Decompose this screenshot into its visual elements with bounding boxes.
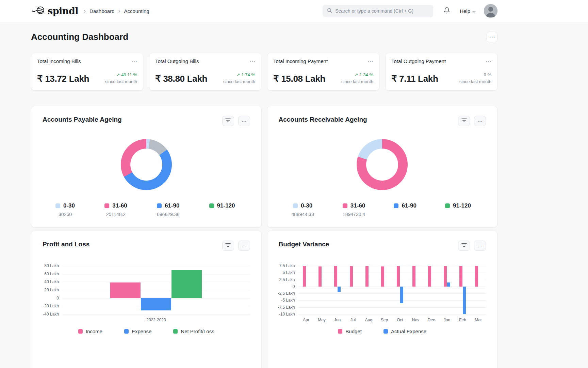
gridline: [298, 266, 486, 266]
trend-up-icon: ↗: [355, 72, 358, 77]
legend-swatch: [157, 203, 162, 208]
gridline: [298, 280, 486, 280]
breadcrumb-accounting[interactable]: Accounting: [124, 8, 149, 14]
trend-up-icon: ↗: [236, 72, 240, 77]
budget-bar: [334, 266, 337, 287]
budget-bar: [365, 266, 369, 287]
stat-change: 0 %: [459, 72, 491, 77]
profit-and-loss-chart: 80 Lakh60 Lakh40 Lakh20 Lakh0-20 Lakh-40…: [43, 266, 250, 334]
gridline: [62, 266, 250, 266]
legend-item: 0-30 488944.33: [292, 202, 314, 217]
filter-icon: [461, 118, 467, 124]
legend-item: Actual Expense: [383, 328, 426, 334]
x-tick-label: Mar: [475, 318, 482, 322]
y-axis: 7.5 Lakh5 Lakh2.5 Lakh0-2.5 Lakh-5 Lakh-…: [279, 266, 298, 314]
plot-area: [298, 266, 486, 314]
logo-wordmark: spindl: [48, 6, 78, 16]
net-profit-loss-bar: [172, 270, 202, 298]
filter-button[interactable]: [458, 116, 470, 126]
budget-bar: [397, 266, 400, 287]
avatar-image: [484, 4, 497, 18]
donut-legend: 0-30 488944.33 31-60 1894730.4 61-90 91-…: [279, 202, 486, 217]
legend-label: Income: [86, 328, 102, 334]
stat-subtitle: since last month: [223, 79, 255, 84]
filter-icon: [225, 243, 231, 249]
accounts-payable-ageing-card: Accounts Payable Ageing ⋯ 0-30: [31, 106, 262, 228]
x-tick-label: Aug: [365, 318, 372, 322]
card-menu-button[interactable]: ⋯: [474, 116, 486, 126]
stat-change: ↗49.11 %: [105, 72, 137, 77]
y-tick-label: -40 Lakh: [43, 312, 59, 317]
ellipsis-icon: ⋯: [489, 33, 495, 41]
legend-swatch: [338, 329, 342, 334]
chart-title: Accounts Payable Ageing: [43, 116, 122, 123]
help-menu[interactable]: Help: [460, 8, 476, 14]
budget-bar: [475, 266, 478, 287]
global-search[interactable]: [323, 5, 433, 17]
legend-item: Expense: [124, 328, 151, 334]
expense-bar: [141, 298, 171, 311]
legend-item: 31-60 1894730.4: [343, 202, 365, 217]
x-tick-label: May: [318, 318, 326, 322]
legend-item: 61-90: [394, 202, 416, 217]
y-tick-label: 60 Lakh: [44, 272, 59, 276]
stat-title: Total Incoming Bills: [37, 58, 81, 64]
stat-cards-row: Total Incoming Bills ⋯ ₹ 13.72 Lakh ↗49.…: [31, 53, 497, 91]
actual-expense-bar: [338, 287, 341, 292]
chart-title: Profit and Loss: [43, 241, 89, 248]
card-menu-button[interactable]: ⋯: [131, 58, 137, 64]
bell-icon: [443, 7, 450, 15]
stat-change: ↗1.74 %: [223, 72, 255, 77]
legend-swatch: [383, 329, 388, 334]
trend-up-icon: ↗: [116, 72, 120, 77]
ellipsis-icon: ⋯: [249, 58, 255, 64]
payable-ageing-donut: [121, 139, 172, 190]
y-tick-label: 80 Lakh: [44, 263, 59, 268]
page-menu-button[interactable]: ⋯: [487, 32, 497, 42]
card-menu-button[interactable]: ⋯: [368, 58, 373, 64]
stat-value: ₹ 38.80 Lakh: [155, 74, 207, 84]
stat-value: ₹ 15.08 Lakh: [273, 74, 325, 84]
legend-item: Income: [78, 328, 102, 334]
ellipsis-icon: ⋯: [477, 243, 483, 249]
gridline: [298, 293, 486, 294]
legend-item: 91-120: [209, 202, 235, 217]
chevron-right-icon: ›: [118, 8, 120, 14]
x-tick-label: Oct: [397, 318, 403, 322]
filter-button[interactable]: [222, 116, 234, 126]
user-avatar[interactable]: [484, 4, 497, 18]
filter-icon: [225, 118, 231, 124]
y-tick-label: 5 Lakh: [282, 270, 295, 275]
legend-item: 0-30 30250: [55, 202, 75, 217]
x-axis-labels: AprMayJunJulAugSepOctNovDecJanFebMar: [298, 318, 486, 323]
budget-bar: [459, 266, 462, 287]
legend-swatch: [445, 203, 450, 208]
gridline: [62, 282, 250, 282]
card-menu-button[interactable]: ⋯: [486, 58, 491, 64]
budget-bar: [412, 266, 415, 287]
actual-expense-bar: [447, 282, 450, 286]
card-menu-button[interactable]: ⋯: [474, 241, 486, 251]
stat-value: ₹ 7.11 Lakh: [391, 74, 438, 84]
legend-item: 91-120: [445, 202, 471, 217]
card-menu-button[interactable]: ⋯: [238, 241, 250, 251]
stat-card-total-incoming-payment: Total Incoming Payment ⋯ ₹ 15.08 Lakh ↗1…: [267, 53, 379, 91]
filter-button[interactable]: [458, 241, 470, 251]
card-menu-button[interactable]: ⋯: [249, 58, 255, 64]
app-logo[interactable]: spindl: [31, 5, 78, 16]
y-axis: 80 Lakh60 Lakh40 Lakh20 Lakh0-20 Lakh-40…: [43, 266, 62, 314]
gridline: [298, 314, 486, 315]
legend-swatch: [104, 203, 109, 208]
budget-variance-card: Budget Variance ⋯ 7.5 Lakh5 Lakh2.5 Lakh…: [267, 231, 498, 368]
stat-card-total-incoming-bills: Total Incoming Bills ⋯ ₹ 13.72 Lakh ↗49.…: [31, 53, 143, 91]
ellipsis-icon: ⋯: [241, 118, 247, 124]
search-input[interactable]: [335, 8, 429, 14]
x-tick-label: Apr: [303, 318, 309, 322]
legend-item: Budget: [338, 328, 362, 334]
notifications-button[interactable]: [443, 7, 450, 15]
filter-button[interactable]: [222, 241, 234, 251]
card-menu-button[interactable]: ⋯: [238, 116, 250, 126]
breadcrumb-dashboard[interactable]: Dashboard: [89, 8, 114, 14]
budget-variance-chart: 7.5 Lakh5 Lakh2.5 Lakh0-2.5 Lakh-5 Lakh-…: [279, 266, 486, 334]
legend-label: Actual Expense: [391, 328, 426, 334]
